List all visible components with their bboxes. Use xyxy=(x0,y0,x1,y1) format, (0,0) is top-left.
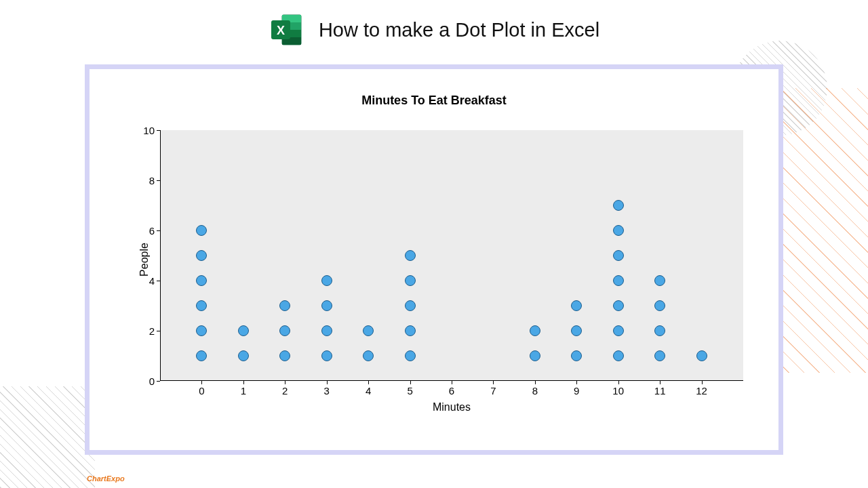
data-dot xyxy=(613,225,624,236)
data-dot xyxy=(613,200,624,211)
data-dot xyxy=(613,325,624,336)
x-tick-mark xyxy=(368,381,369,384)
data-dot xyxy=(613,250,624,261)
excel-icon: X xyxy=(269,12,304,47)
data-dot xyxy=(571,325,582,336)
data-dot xyxy=(196,300,207,311)
data-dot xyxy=(279,300,290,311)
x-tick-mark xyxy=(201,381,202,384)
data-dot xyxy=(654,275,665,286)
data-dot xyxy=(405,325,416,336)
data-dot xyxy=(321,300,332,311)
x-tick-mark xyxy=(243,381,244,384)
chart-card: Minutes To Eat Breakfast People Minutes … xyxy=(85,64,783,455)
data-dot xyxy=(238,325,249,336)
y-tick-mark xyxy=(157,230,160,231)
x-tick-mark xyxy=(618,381,619,384)
data-dot xyxy=(613,350,624,361)
y-axis-line xyxy=(160,130,161,381)
y-axis-label: People xyxy=(138,243,151,277)
data-dot xyxy=(405,250,416,261)
svg-text:X: X xyxy=(277,24,285,37)
data-dot xyxy=(405,300,416,311)
data-dot xyxy=(196,325,207,336)
data-dot xyxy=(571,350,582,361)
x-tick-mark xyxy=(327,381,328,384)
x-axis-label: Minutes xyxy=(160,401,743,413)
data-dot xyxy=(405,275,416,286)
data-dot xyxy=(613,300,624,311)
chart-title: Minutes To Eat Breakfast xyxy=(90,94,778,108)
x-tick-mark xyxy=(702,381,703,384)
data-dot xyxy=(654,325,665,336)
data-dot xyxy=(530,350,540,361)
data-dot xyxy=(363,325,374,336)
data-dot xyxy=(196,225,207,236)
plot-area: 02468100123456789101112 xyxy=(160,130,743,381)
plot-background xyxy=(160,130,743,381)
data-dot xyxy=(363,350,374,361)
y-tick-mark xyxy=(157,381,160,382)
x-tick-mark xyxy=(285,381,285,384)
data-dot xyxy=(321,275,332,286)
x-tick-mark xyxy=(452,381,452,384)
data-dot xyxy=(696,350,707,361)
data-dot xyxy=(279,350,290,361)
data-dot xyxy=(321,350,332,361)
data-dot xyxy=(613,275,624,286)
data-dot xyxy=(238,350,249,361)
decoration-lines-bottom-left xyxy=(0,386,95,488)
page-title: How to make a Dot Plot in Excel xyxy=(319,19,599,41)
header: X How to make a Dot Plot in Excel xyxy=(0,8,868,52)
data-dot xyxy=(530,325,540,336)
y-tick-mark xyxy=(157,180,160,181)
data-dot xyxy=(279,325,290,336)
data-dot xyxy=(196,275,207,286)
y-tick-mark xyxy=(157,331,160,331)
data-dot xyxy=(196,250,207,261)
data-dot xyxy=(654,350,665,361)
x-tick-mark xyxy=(660,381,660,384)
data-dot xyxy=(321,325,332,336)
x-tick-mark xyxy=(576,381,577,384)
x-tick-mark xyxy=(410,381,411,384)
brand-label: ChartExpo xyxy=(87,474,125,483)
data-dot xyxy=(405,350,416,361)
data-dot xyxy=(571,300,582,311)
decoration-lines-right xyxy=(773,88,868,373)
data-dot xyxy=(196,350,207,361)
x-tick-mark xyxy=(535,381,536,384)
y-tick-mark xyxy=(157,281,160,281)
y-tick-mark xyxy=(157,130,160,131)
x-tick-mark xyxy=(493,381,494,384)
data-dot xyxy=(654,300,665,311)
